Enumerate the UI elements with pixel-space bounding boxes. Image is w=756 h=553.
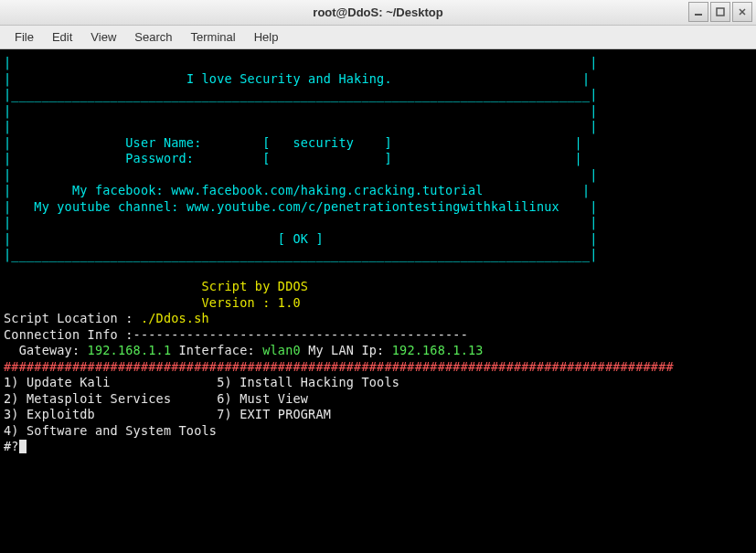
script-by: Script by DDOS bbox=[4, 279, 308, 293]
minimize-button[interactable] bbox=[688, 2, 708, 22]
banner-line: | | bbox=[4, 119, 598, 133]
banner-line: | My youtube channel: www.youtube.com/c/… bbox=[4, 199, 598, 214]
menu-help[interactable]: Help bbox=[245, 27, 288, 48]
banner-line: |_______________________________________… bbox=[4, 247, 598, 261]
connection-line: Gateway: bbox=[4, 343, 88, 357]
hash-line: ########################################… bbox=[4, 359, 674, 374]
menu-edit[interactable]: Edit bbox=[43, 27, 81, 48]
gateway-value: 192.168.1.1 bbox=[88, 343, 172, 357]
terminal-window: root@DdoS: ~/Desktop File Edit View Sear… bbox=[0, 0, 756, 553]
maximize-button[interactable] bbox=[710, 2, 730, 22]
cursor bbox=[19, 440, 27, 453]
banner-line: | User Name: [ security ] | bbox=[4, 135, 582, 150]
banner-line: |_______________________________________… bbox=[4, 87, 598, 101]
script-location-value: ./Ddos.sh bbox=[141, 311, 209, 325]
menu-search[interactable]: Search bbox=[125, 27, 181, 48]
menu-file[interactable]: File bbox=[5, 27, 43, 48]
menu-row: 2) Metasploit Services 6) Must View bbox=[4, 391, 308, 406]
banner-line: | My facebook: www.facebook.com/haking.c… bbox=[4, 183, 590, 197]
window-title: root@DdoS: ~/Desktop bbox=[313, 5, 442, 19]
script-version: Version : 1.0 bbox=[4, 295, 301, 310]
banner-line: | | bbox=[4, 103, 598, 118]
svg-rect-1 bbox=[717, 8, 724, 16]
menubar: File Edit View Search Terminal Help bbox=[0, 26, 756, 49]
banner-line: | Password: [ ] | bbox=[4, 151, 582, 165]
banner-line: | I love Security and Haking. | bbox=[4, 71, 590, 86]
close-button[interactable] bbox=[732, 2, 752, 22]
banner-line: | [ OK ] | bbox=[4, 231, 598, 246]
terminal-body[interactable]: | | | I love Security and Haking. | |___… bbox=[0, 49, 756, 553]
menu-view[interactable]: View bbox=[81, 27, 125, 48]
menu-row: 4) Software and System Tools bbox=[4, 423, 217, 438]
menu-row: 3) Exploitdb 7) EXIT PROGRAM bbox=[4, 407, 331, 421]
banner-line: | | bbox=[4, 215, 598, 229]
menu-terminal[interactable]: Terminal bbox=[182, 27, 245, 48]
banner-line: | | bbox=[4, 55, 598, 69]
connection-info: Connection Info :-----------------------… bbox=[4, 327, 468, 342]
interface-value: wlan0 bbox=[262, 343, 301, 357]
menu-row: 1) Update Kali 5) Install Hacking Tools bbox=[4, 375, 399, 389]
window-controls bbox=[688, 2, 752, 22]
script-location-label: Script Location : bbox=[4, 311, 141, 325]
titlebar: root@DdoS: ~/Desktop bbox=[0, 0, 756, 26]
lan-value: 192.168.1.13 bbox=[392, 343, 484, 357]
banner-line: | | bbox=[4, 167, 598, 182]
prompt: #? bbox=[4, 439, 19, 453]
